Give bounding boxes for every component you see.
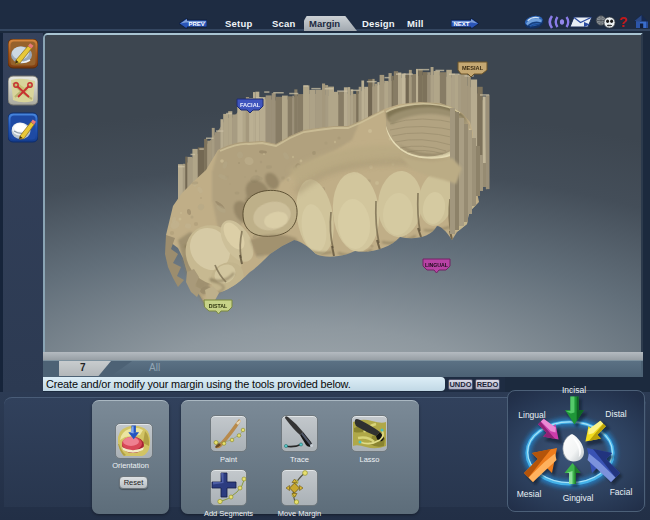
svg-text:Incisal: Incisal: [562, 385, 586, 395]
svg-text:Gingival: Gingival: [563, 493, 594, 503]
svg-text:DISTAL: DISTAL: [209, 303, 228, 309]
svg-text:?: ?: [619, 14, 628, 30]
svg-text:Mesial: Mesial: [517, 489, 542, 499]
svg-text:PREV: PREV: [189, 21, 205, 27]
svg-text:MESIAL: MESIAL: [462, 65, 484, 71]
svg-text:Lingual: Lingual: [518, 410, 546, 420]
svg-text:FACIAL: FACIAL: [240, 102, 261, 108]
svg-text:Facial: Facial: [610, 487, 633, 497]
svg-text:Distal: Distal: [605, 409, 626, 419]
svg-text:NEXT: NEXT: [454, 21, 470, 27]
svg-text:LINGUAL: LINGUAL: [425, 262, 449, 268]
